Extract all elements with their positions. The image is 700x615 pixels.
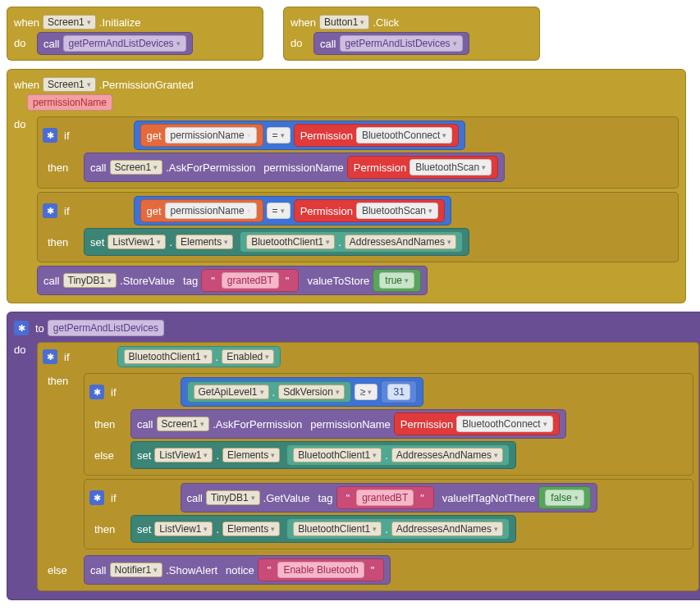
- param-permissionName[interactable]: permissionName: [27, 94, 112, 111]
- chevron-down-icon: ▾: [428, 207, 432, 215]
- btclient-addrnames[interactable]: BluetoothClient1▾ . AddressesAndNames▾: [240, 231, 463, 253]
- if-tinydb[interactable]: ✱ if call TinyDB1▾ .GetValue tag "grante…: [84, 479, 693, 549]
- call-tinydb-storevalue[interactable]: call TinyDB1▾ .StoreValue tag "grantedBT…: [37, 266, 428, 295]
- chevron-down-icon: ▾: [176, 39, 181, 48]
- chevron-down-icon: ▾: [271, 451, 275, 459]
- chevron-down-icon: ▾: [494, 525, 498, 533]
- dropdown-button1[interactable]: Button1▾: [319, 15, 369, 30]
- chevron-down-icon: ▾: [447, 238, 451, 246]
- procedure-getperm[interactable]: ✱ to getPermAndListDevices do ✱ if Bluet…: [7, 312, 700, 600]
- chevron-down-icon: ▾: [224, 238, 228, 246]
- chevron-down-icon: ▾: [87, 80, 91, 89]
- if-block-1[interactable]: ✱ if get permissionName ▾ = ▾ Permission…: [37, 116, 679, 189]
- event-permission-granted[interactable]: when Screen1▾ .PermissionGranted permiss…: [7, 69, 686, 303]
- call-askforpermission-1[interactable]: call Screen1▾ .AskForPermission permissi…: [84, 153, 505, 182]
- chevron-down-icon: ▾: [265, 353, 269, 361]
- string-grantedbt[interactable]: "grantedBT": [201, 269, 299, 292]
- dropdown-screen1[interactable]: Screen1▾: [43, 15, 96, 30]
- if-block-2[interactable]: ✱ if get permissionName ▾ = ▾ Permission…: [37, 192, 679, 262]
- chevron-down-icon: ▾: [373, 525, 377, 533]
- equals-compare[interactable]: get permissionName ▾ = ▾ Permission Blue…: [134, 121, 466, 150]
- event-screen1-initialize[interactable]: when Screen1▾ .Initialize do call getPer…: [7, 7, 263, 61]
- op-equals[interactable]: = ▾: [267, 127, 291, 144]
- kw-do: do: [14, 32, 37, 55]
- call-getperm-2[interactable]: call getPermAndListDevices ▾: [313, 32, 469, 55]
- chevron-down-icon: ▾: [251, 494, 255, 502]
- get-permissionName[interactable]: get permissionName ▾: [140, 124, 263, 147]
- set-listview-elements[interactable]: set ListView1▾ . Elements▾ BluetoothClie…: [84, 228, 469, 256]
- chevron-down-icon: ▾: [247, 131, 251, 139]
- chevron-down-icon: ▾: [482, 163, 486, 171]
- gear-icon[interactable]: ✱: [14, 321, 29, 335]
- kw-when: when: [14, 16, 39, 29]
- chevron-down-icon: ▾: [157, 238, 161, 246]
- proc-name-def[interactable]: getPermAndListDevices: [48, 320, 164, 336]
- chevron-down-icon: ▾: [204, 353, 208, 361]
- chevron-down-icon: ▾: [281, 131, 285, 139]
- gear-icon[interactable]: ✱: [89, 385, 104, 399]
- bool-false[interactable]: false ▾: [538, 486, 590, 509]
- call-getperm[interactable]: call getPermAndListDevices ▾: [37, 32, 193, 55]
- chevron-down-icon: ▾: [453, 39, 457, 48]
- chevron-down-icon: ▾: [87, 18, 91, 26]
- chevron-down-icon: ▾: [543, 420, 547, 428]
- call-notifier-showalert[interactable]: call Notifier1▾ .ShowAlert notice "Enabl…: [84, 555, 391, 585]
- gear-icon[interactable]: ✱: [89, 490, 104, 505]
- btclient-enabled[interactable]: BluetoothClient1▾ . Enabled▾: [117, 346, 281, 367]
- chevron-down-icon: ▾: [108, 276, 112, 285]
- chevron-down-icon: ▾: [326, 238, 330, 246]
- chevron-down-icon: ▾: [204, 525, 208, 533]
- chevron-down-icon: ▾: [373, 451, 377, 459]
- chevron-down-icon: ▾: [368, 388, 372, 396]
- set-listview-then2[interactable]: set ListView1▾ . Elements▾ BluetoothClie…: [130, 515, 516, 543]
- proc-name[interactable]: getPermAndListDevices ▾: [63, 35, 186, 52]
- call-tinydb-getvalue[interactable]: call TinyDB1▾ .GetValue tag "grantedBT" …: [181, 483, 597, 512]
- gear-icon[interactable]: ✱: [43, 203, 57, 218]
- chevron-down-icon: ▾: [336, 388, 340, 396]
- chevron-down-icon: ▾: [153, 163, 158, 171]
- chevron-down-icon: ▾: [494, 451, 498, 459]
- chevron-down-icon: ▾: [247, 207, 251, 215]
- if-apilevel[interactable]: ✱ if GetApiLevel1▾ . SdkVersion▾ ≥: [84, 373, 693, 476]
- if-outer[interactable]: ✱ if BluetoothClient1▾ . Enabled▾ then: [37, 342, 699, 591]
- set-listview-else1[interactable]: set ListView1▾ . Elements▾ BluetoothClie…: [130, 441, 516, 469]
- compare-ge[interactable]: GetApiLevel1▾ . SdkVersion▾ ≥ ▾ 31: [181, 377, 423, 407]
- chevron-down-icon: ▾: [271, 525, 275, 533]
- permission-btscan[interactable]: Permission BluetoothScan ▾: [347, 156, 498, 179]
- chevron-down-icon: ▾: [442, 131, 446, 139]
- gear-icon[interactable]: ✱: [43, 349, 57, 364]
- string-enablebt[interactable]: "Enable Bluetooth": [258, 558, 385, 581]
- chevron-down-icon: ▾: [405, 276, 409, 285]
- number-31[interactable]: 31: [381, 380, 416, 403]
- permission-btconnect[interactable]: Permission BluetoothConnect ▾: [294, 124, 460, 147]
- chevron-down-icon: ▾: [204, 451, 208, 459]
- event-name: .Initialize: [99, 16, 141, 29]
- chevron-down-icon: ▾: [360, 18, 364, 26]
- gear-icon[interactable]: ✱: [43, 128, 57, 143]
- chevron-down-icon: ▾: [153, 566, 158, 574]
- chevron-down-icon: ▾: [281, 207, 285, 215]
- bool-true[interactable]: true ▾: [373, 269, 421, 292]
- call-askforpermission-2[interactable]: call Screen1▾ .AskForPermission permissi…: [130, 409, 566, 439]
- equals-compare-2[interactable]: get permissionName ▾ = ▾ Permission Blue…: [134, 196, 451, 226]
- event-button1-click[interactable]: when Button1▾ .Click do call getPermAndL…: [283, 7, 540, 61]
- chevron-down-icon: ▾: [200, 420, 204, 428]
- chevron-down-icon: ▾: [260, 388, 264, 396]
- chevron-down-icon: ▾: [574, 494, 579, 502]
